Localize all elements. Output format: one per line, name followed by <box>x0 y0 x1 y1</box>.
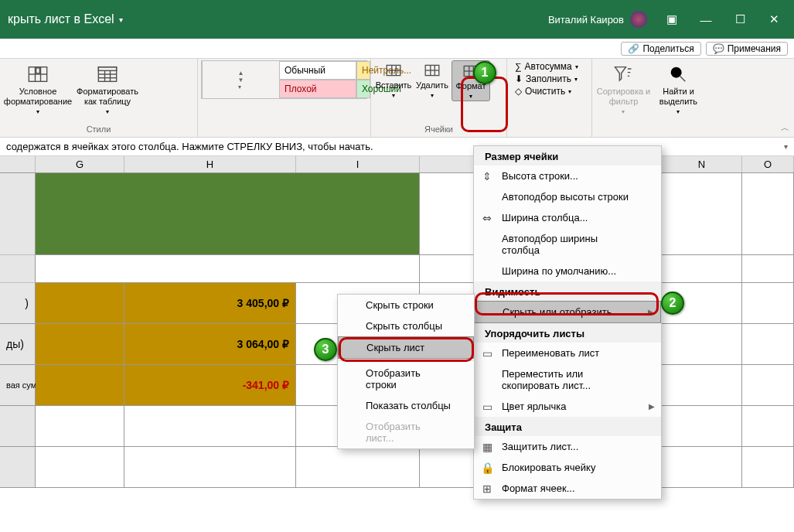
formula-bar: содержатся в ячейках этого столбца. Нажм… <box>0 138 794 156</box>
submenu-hide-rows[interactable]: Скрыть строки <box>338 295 474 315</box>
menu-section-protect: Защита <box>474 417 661 436</box>
col-g[interactable]: G <box>36 156 124 172</box>
table-icon <box>97 63 118 85</box>
svg-rect-4 <box>36 68 40 73</box>
delete-icon <box>424 62 441 79</box>
style-normal[interactable]: Обычный <box>279 61 356 80</box>
style-good[interactable]: Хороший <box>356 80 370 98</box>
badge-1: 1 <box>473 61 496 84</box>
format-menu: Размер ячейки ⇕Высота строки... Автоподб… <box>473 145 662 500</box>
insert-button[interactable]: Вставить▾ <box>374 60 413 101</box>
menu-tab-color[interactable]: ▭Цвет ярлычка▶ <box>474 396 661 417</box>
styles-group-label: Стили <box>3 124 194 135</box>
submenu-show-rows[interactable]: Отобразить строки <box>338 363 474 395</box>
share-bar: 🔗Поделиться 💬Примечания <box>0 39 794 59</box>
menu-protect-sheet[interactable]: ▦Защитить лист... <box>474 436 661 457</box>
col-width-icon: ⇔ <box>480 212 494 224</box>
sigma-icon: ∑ <box>515 61 522 72</box>
style-bad[interactable]: Плохой <box>279 80 356 98</box>
style-neutral[interactable]: Нейтраль... <box>356 61 370 80</box>
cell-styles-gallery[interactable]: Обычный Нейтраль... ▲▼▾ Плохой Хороший <box>201 60 367 99</box>
cells-group-label: Ячейки <box>374 124 503 135</box>
grid-icon <box>27 63 49 85</box>
close-button[interactable]: ✕ <box>757 4 791 35</box>
hide-show-submenu: Скрыть строки Скрыть столбцы Скрыть лист… <box>337 294 475 449</box>
cell-h3[interactable]: 3 405,00 ₽ <box>124 283 296 324</box>
cell-h4[interactable]: 3 064,00 ₽ <box>124 324 296 365</box>
autosum-button[interactable]: ∑Автосумма ▾ <box>510 60 588 73</box>
chevron-right-icon: ▶ <box>649 402 655 411</box>
menu-move-copy[interactable]: Переместить или скопировать лист... <box>474 363 661 396</box>
submenu-show-sheet: Отобразить лист... <box>338 416 474 448</box>
gallery-scroll[interactable]: ▲▼▾ <box>202 61 279 98</box>
badge-3: 3 <box>314 338 337 361</box>
shield-icon: ▦ <box>480 441 494 453</box>
lock-icon: 🔒 <box>480 462 494 474</box>
collapse-ribbon-icon[interactable]: ︿ <box>781 122 789 134</box>
ribbon: Условное форматирование▾ Форматировать к… <box>0 59 794 138</box>
submenu-hide-cols[interactable]: Скрыть столбцы <box>338 315 474 336</box>
insert-icon <box>385 62 402 79</box>
comments-button[interactable]: 💬Примечания <box>706 42 788 56</box>
menu-format-cells[interactable]: ⊞Формат ячеек... <box>474 478 661 499</box>
svg-rect-6 <box>98 67 116 71</box>
minimize-button[interactable]: — <box>689 4 723 35</box>
search-icon <box>667 63 689 85</box>
share-button[interactable]: 🔗Поделиться <box>621 42 700 56</box>
share-icon: 🔗 <box>628 43 639 54</box>
chevron-right-icon: ▶ <box>648 308 654 316</box>
menu-lock-cell[interactable]: 🔒Блокировать ячейку <box>474 457 661 478</box>
menu-autofit-col[interactable]: Автоподбор ширины столбца <box>474 228 661 261</box>
user-name: Виталий Каиров <box>548 14 624 26</box>
comment-icon: 💬 <box>713 43 724 54</box>
submenu-show-cols[interactable]: Показать столбцы <box>338 395 474 416</box>
fill-button[interactable]: ⬇Заполнить ▾ <box>510 73 588 85</box>
conditional-formatting-button[interactable]: Условное форматирование▾ <box>3 60 73 116</box>
menu-section-organize: Упорядочить листы <box>474 323 661 343</box>
avatar[interactable] <box>630 11 647 28</box>
submenu-hide-sheet[interactable]: Скрыть лист <box>338 336 474 359</box>
clear-button[interactable]: ◇Очистить ▾ <box>510 85 588 97</box>
title-bar: крыть лист в Excel ▾ Виталий Каиров ▣ — … <box>0 0 794 39</box>
maximize-button[interactable]: ☐ <box>723 4 757 35</box>
column-headers: G H I N O <box>0 156 794 173</box>
menu-section-visibility: Видимость <box>474 281 661 301</box>
menu-row-height[interactable]: ⇕Высота строки... <box>474 165 661 186</box>
funnel-icon <box>612 63 634 85</box>
menu-section-size: Размер ячейки <box>474 146 661 165</box>
sort-filter-button: Сортировка и фильтр▾ <box>595 60 652 116</box>
menu-rename-sheet[interactable]: ▭Переименовать лист <box>474 343 661 363</box>
color-icon: ▭ <box>480 401 494 413</box>
doc-title: крыть лист в Excel <box>8 12 114 26</box>
menu-autofit-row[interactable]: Автоподбор высоты строки <box>474 186 661 207</box>
cell-h5[interactable]: -341,00 ₽ <box>124 365 296 406</box>
col-n[interactable]: N <box>662 156 742 172</box>
badge-2: 2 <box>661 292 684 315</box>
dropdown-icon[interactable]: ▾ <box>784 142 788 151</box>
menu-hide-show[interactable]: Скрыть или отобразить▶ <box>474 301 661 323</box>
col-i[interactable]: I <box>296 156 420 172</box>
row-height-icon: ⇕ <box>480 170 494 182</box>
eraser-icon: ◇ <box>515 86 522 97</box>
title-dropdown-icon[interactable]: ▾ <box>119 15 123 24</box>
delete-button[interactable]: Удалить▾ <box>413 60 452 101</box>
find-select-button[interactable]: Найти и выделить▾ <box>652 60 705 116</box>
format-as-table-button[interactable]: Форматировать как таблицу▾ <box>73 60 142 116</box>
col-h[interactable]: H <box>124 156 296 172</box>
col-o[interactable]: O <box>742 156 794 172</box>
fill-icon: ⬇ <box>515 73 523 84</box>
format-cells-icon: ⊞ <box>480 483 494 495</box>
svg-line-24 <box>680 76 686 81</box>
ribbon-mode-button[interactable]: ▣ <box>655 4 689 35</box>
menu-col-width[interactable]: ⇔Ширина столбца... <box>474 207 661 228</box>
hint-text: содержатся в ячейках этого столбца. Нажм… <box>6 141 373 152</box>
menu-default-width[interactable]: Ширина по умолчанию... <box>474 261 661 281</box>
rename-icon: ▭ <box>480 347 494 360</box>
